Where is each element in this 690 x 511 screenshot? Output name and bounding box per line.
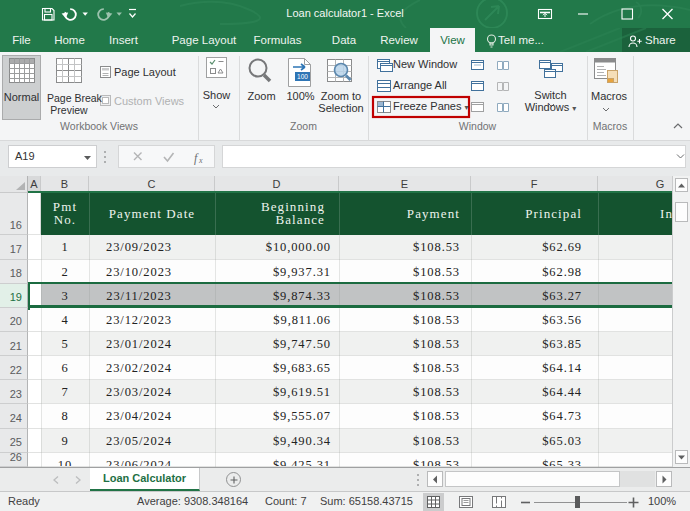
svg-text:100: 100 [297,73,308,80]
svg-text:x: x [198,156,203,165]
